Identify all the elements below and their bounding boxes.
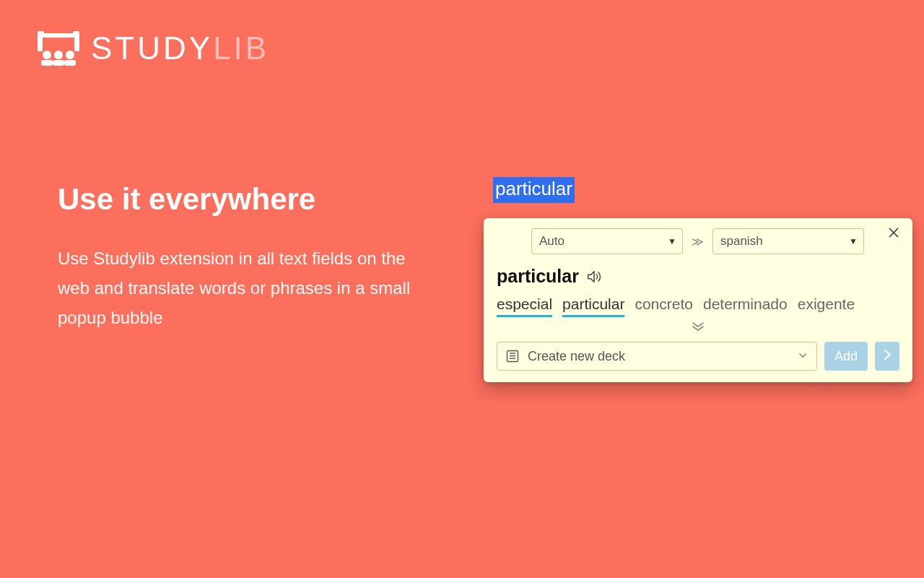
svg-rect-10 bbox=[64, 60, 76, 66]
translations-list: especial particular concreto determinado… bbox=[497, 294, 899, 317]
close-icon bbox=[888, 228, 899, 241]
deck-select-label: Create new deck bbox=[528, 349, 625, 364]
lang-direction-icon: ≫ bbox=[690, 235, 705, 249]
translation-option[interactable]: exigente bbox=[798, 294, 855, 317]
translation-option[interactable]: concreto bbox=[635, 294, 693, 317]
target-language-value: spanish bbox=[720, 234, 763, 249]
hero-copy: Use it everywhere Use Studylib extension… bbox=[58, 182, 433, 332]
app-logo: STUDYLIB bbox=[38, 30, 269, 66]
svg-point-7 bbox=[66, 51, 74, 59]
svg-rect-2 bbox=[38, 33, 79, 38]
svg-rect-9 bbox=[53, 60, 64, 66]
hero-body: Use Studylib extension in all text field… bbox=[58, 244, 433, 332]
target-language-select[interactable]: spanish ▼ bbox=[712, 228, 864, 254]
logo-brand-b: LIB bbox=[213, 30, 269, 66]
svg-marker-13 bbox=[588, 271, 594, 282]
deck-row: Create new deck Add bbox=[497, 342, 899, 371]
selected-text[interactable]: particular bbox=[493, 177, 575, 203]
deck-icon bbox=[506, 350, 519, 363]
close-button[interactable] bbox=[888, 227, 902, 241]
translation-option[interactable]: particular bbox=[562, 294, 624, 317]
source-language-value: Auto bbox=[539, 234, 565, 249]
svg-point-5 bbox=[43, 51, 51, 59]
expand-translations[interactable] bbox=[497, 322, 899, 335]
chevron-down-icon bbox=[798, 349, 808, 364]
caret-down-icon: ▼ bbox=[849, 236, 858, 246]
headword-row: particular bbox=[497, 266, 899, 287]
deck-select[interactable]: Create new deck bbox=[497, 342, 817, 371]
headword: particular bbox=[497, 266, 579, 287]
svg-rect-3 bbox=[38, 33, 43, 51]
svg-point-6 bbox=[54, 51, 63, 59]
logo-text: STUDYLIB bbox=[91, 30, 269, 66]
logo-mark-icon bbox=[38, 31, 79, 66]
logo-brand-a: STUDY bbox=[91, 30, 213, 66]
caret-down-icon: ▼ bbox=[668, 236, 676, 246]
speaker-icon bbox=[586, 269, 602, 285]
add-button[interactable]: Add bbox=[824, 342, 868, 371]
translation-option[interactable]: determinado bbox=[703, 294, 788, 317]
translation-option[interactable]: especial bbox=[497, 294, 552, 317]
go-button[interactable] bbox=[875, 342, 899, 371]
hero-heading: Use it everywhere bbox=[58, 182, 433, 217]
svg-rect-4 bbox=[74, 33, 79, 51]
translate-popup: Auto ▼ ≫ spanish ▼ particular especial p… bbox=[484, 218, 912, 382]
language-row: Auto ▼ ≫ spanish ▼ bbox=[531, 228, 899, 254]
pronounce-button[interactable] bbox=[586, 269, 602, 285]
source-language-select[interactable]: Auto ▼ bbox=[531, 228, 683, 254]
chevron-double-down-icon bbox=[691, 322, 705, 334]
chevron-right-icon bbox=[884, 349, 892, 363]
svg-rect-8 bbox=[41, 60, 53, 66]
